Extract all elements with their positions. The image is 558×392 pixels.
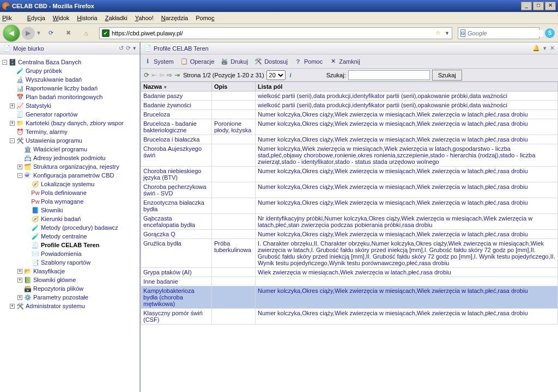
menu-historia[interactable]: Historia xyxy=(77,15,97,21)
menu-zakladki[interactable]: Zakładki xyxy=(105,15,128,21)
table-row[interactable]: Kampylobakterioza bydła (choroba mętwiko… xyxy=(141,286,558,309)
toolbar-system[interactable]: ℹSystem xyxy=(144,58,174,65)
tree-metody-centralne[interactable]: Metody centralne xyxy=(41,232,87,241)
tree-grupy-probek[interactable]: Grupy próbek xyxy=(26,66,62,75)
toolbar-pomoc[interactable]: ?Pomoc xyxy=(294,58,323,65)
search-button[interactable]: Szukaj xyxy=(432,70,462,81)
next-page-icon[interactable]: ⇨ xyxy=(167,71,172,79)
column-header-nazwa[interactable]: Nazwa▼ xyxy=(141,82,212,91)
tree-toggle[interactable]: + xyxy=(10,103,15,108)
dropdown-icon[interactable]: ▾ xyxy=(543,45,547,52)
tree-pola-wymagane[interactable]: Pola wymagane xyxy=(41,197,83,206)
tree-toggle[interactable]: + xyxy=(10,121,15,126)
tree-klasyfikacje[interactable]: Klasyfikacje xyxy=(33,267,65,275)
table-row[interactable]: Enzootyczna białaczka bydłaNumer kolczyk… xyxy=(141,198,558,214)
menu-edycja[interactable]: Edycja xyxy=(27,15,45,21)
prev-page-icon[interactable]: ⇦ xyxy=(159,71,165,79)
tree-konfiguracja-cbd[interactable]: Konfiguracja parametrów CBD xyxy=(33,171,114,180)
tree-slowniki[interactable]: Słowniki xyxy=(41,206,63,215)
toolbar-drukuj[interactable]: 🖨️Drukuj xyxy=(221,58,248,65)
url-input[interactable] xyxy=(112,30,433,36)
table-row[interactable]: BrucelozaNumer kolczyka,Okres ciąży,Wiek… xyxy=(141,110,558,119)
tree-lokalizacje[interactable]: Lokalizacje systemu xyxy=(41,180,94,188)
tree-repozytoria[interactable]: Repozytoria plików xyxy=(33,284,83,293)
table-row[interactable]: Bruceloza - badanie bakteriologicznePoro… xyxy=(141,119,558,135)
toolbar-operacje[interactable]: 📋Operacje xyxy=(180,58,215,65)
table-row[interactable]: Badanie żywnościwielkość partii (serii),… xyxy=(141,101,558,110)
menu-widok[interactable]: Widok xyxy=(53,15,70,21)
table-row[interactable]: Choroba Aujeszkyego świńNumer kolczyka,W… xyxy=(141,144,558,167)
tree-kartoteki[interactable]: Kartoteki (bazy danych, zbiory wspor xyxy=(26,119,124,127)
table-row[interactable]: Klasyczny pomór świń (CSF)Numer kolczyka… xyxy=(141,309,558,324)
page-size-select[interactable]: 20 xyxy=(266,70,286,80)
close-panel-icon[interactable]: ✕ xyxy=(550,45,555,52)
tree-toggle[interactable]: - xyxy=(17,173,22,178)
table-row[interactable]: Gorączka QNumer kolczyka,Okres ciąży,Wie… xyxy=(141,230,558,239)
table-row[interactable]: Inne badanie xyxy=(141,277,558,286)
table-row[interactable]: Gąbczasta encefalopatia bydłaNr identyfi… xyxy=(141,214,558,230)
table-row[interactable]: Grypa ptaków (AI)Wiek zwierzęcia w miesi… xyxy=(141,268,558,277)
home-icon[interactable]: ⌂ xyxy=(81,28,92,39)
tree-plan-badan[interactable]: Plan badań monitoringowych xyxy=(26,93,102,101)
tree-statystyki[interactable]: Statystyki xyxy=(26,101,51,110)
tree-terminy-alarmy[interactable]: Terminy, alarmy xyxy=(26,127,68,136)
bookmark-star-icon[interactable]: ☆ ▼ xyxy=(435,29,450,36)
tree-kierunki-badan[interactable]: Kierunki badań xyxy=(41,215,81,223)
tree-toggle[interactable]: + xyxy=(17,295,22,300)
table-row[interactable]: Bruceloza i białaczkaNumer kolczyka,Okre… xyxy=(141,135,558,144)
toolbar-zamknij[interactable]: ✕Zamknij xyxy=(329,58,360,65)
back-button[interactable]: ◄ xyxy=(3,25,20,41)
tree-powiadomienia[interactable]: Powiadomienia xyxy=(41,249,82,258)
column-header-opis[interactable]: Opis xyxy=(212,82,256,91)
search-input[interactable] xyxy=(348,70,430,80)
tree-toggle[interactable]: - xyxy=(2,60,7,65)
toolbar-dostosuj[interactable]: 🛠️Dostosuj xyxy=(254,58,288,65)
first-page-icon[interactable]: ⇤ xyxy=(151,71,157,79)
history-dropdown-icon[interactable]: ▼ xyxy=(36,30,41,36)
left-panel-refresh-icon[interactable]: ⟳ xyxy=(126,45,131,52)
browser-search-input[interactable] xyxy=(468,30,543,36)
tree-centralna-baza[interactable]: Centralna Baza Danych xyxy=(18,58,81,66)
tree-toggle[interactable]: + xyxy=(17,164,22,169)
tree-slowniki-glowne[interactable]: Słowniki główne xyxy=(33,275,76,284)
info-icon[interactable]: i xyxy=(290,72,292,78)
stop-icon[interactable]: ✖ xyxy=(63,28,74,39)
last-page-icon[interactable]: ⇥ xyxy=(174,71,180,79)
table-row[interactable]: Badanie paszywielkość partii (serii),dat… xyxy=(141,91,558,101)
tree-toggle[interactable]: + xyxy=(17,278,22,283)
tree-administrator[interactable]: Administrator systemu xyxy=(26,302,85,310)
tree-szablony-raportow[interactable]: Szablony raportów xyxy=(41,258,90,267)
tree-wyszukiwanie-badan[interactable]: Wyszukiwanie badań xyxy=(26,75,82,84)
tree-generator-raportow[interactable]: Generator raportów xyxy=(26,110,77,119)
tree-ustawienia-programu[interactable]: Ustawienia programu xyxy=(26,136,82,145)
minimize-button[interactable]: _ xyxy=(521,2,532,10)
menu-pomoc[interactable]: Pomoc xyxy=(196,15,214,21)
tree-pola-definiowane[interactable]: Pola definiowane xyxy=(41,188,87,197)
left-panel-menu-icon[interactable]: ▾ xyxy=(133,45,136,52)
tree-toggle[interactable]: + xyxy=(10,304,15,309)
close-button[interactable]: ✕ xyxy=(545,2,556,10)
table-row[interactable]: Gruźlica bydłaPróba tuberkulinowaI. Char… xyxy=(141,239,558,268)
google-icon[interactable]: G xyxy=(460,29,465,37)
tree-metody-badawcze[interactable]: Metody (procedury) badawcz xyxy=(41,223,118,232)
table-row[interactable]: Choroba niebieskiego języka (BTV)Numer k… xyxy=(141,167,558,182)
url-dropdown-icon[interactable]: ▼ xyxy=(445,30,450,36)
table-row[interactable]: Choroba pęcherzykowa świń - SVDNumer kol… xyxy=(141,182,558,198)
menu-narzedzia[interactable]: Narzędzia xyxy=(161,15,189,21)
skype-icon[interactable]: S xyxy=(545,28,555,38)
tree-wlasciciel[interactable]: Właściciel programu xyxy=(33,145,87,154)
tree-raportowanie[interactable]: Raportowanie liczby badań xyxy=(26,84,98,93)
notify-icon[interactable]: 🔔 xyxy=(532,45,540,52)
tree-struktura-org[interactable]: Struktura organizacyjna, rejestry xyxy=(33,162,119,171)
left-panel-share-icon[interactable]: ↺ xyxy=(119,45,124,52)
maximize-button[interactable]: □ xyxy=(533,2,544,10)
reload-icon[interactable]: ⟳ xyxy=(46,28,57,39)
tree-adresy-jednostek[interactable]: Adresy jednostek podmiotu xyxy=(33,154,106,162)
tree-toggle[interactable]: - xyxy=(10,138,15,143)
menu-yahoo[interactable]: Yahoo! xyxy=(135,15,154,21)
column-header-lista-pol[interactable]: Lista pól xyxy=(256,82,558,91)
forward-button[interactable]: ► xyxy=(22,27,35,40)
reload-data-icon[interactable]: ⟳ xyxy=(144,71,149,79)
tree-parametry-pozostale[interactable]: Parametry pozostałe xyxy=(33,293,88,302)
tree-toggle[interactable]: + xyxy=(17,269,22,274)
